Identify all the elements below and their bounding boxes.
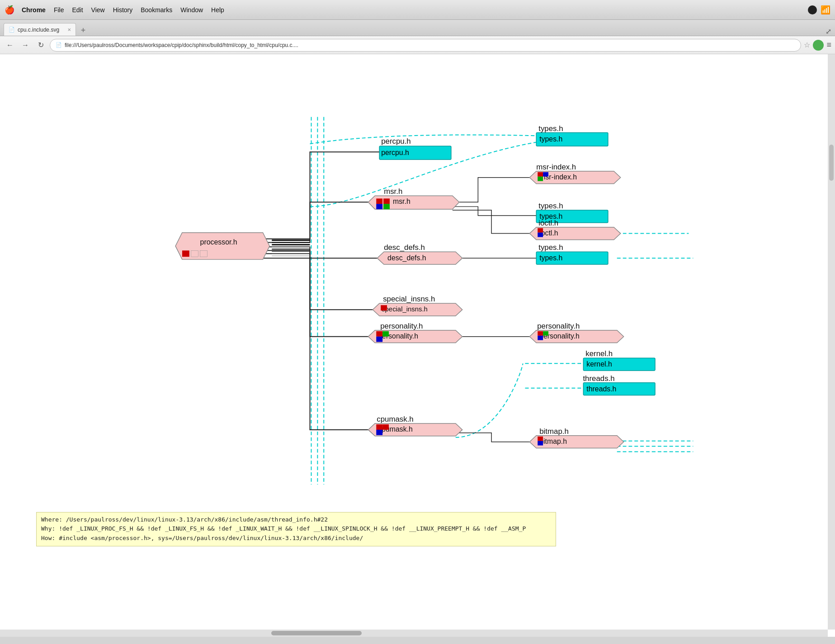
- menu-chrome[interactable]: Chrome: [22, 6, 46, 14]
- svg-text:types.h: types.h: [538, 202, 563, 210]
- svg-rect-52: [538, 233, 543, 237]
- svg-rect-39: [376, 430, 382, 435]
- new-tab-button[interactable]: +: [78, 25, 89, 36]
- info-line-how: How: #include <asm/processor.h>, sys=/Us…: [41, 534, 551, 543]
- svg-text:cpumask.h: cpumask.h: [377, 415, 413, 423]
- info-tooltip: Where: /Users/paulross/dev/linux/linux-3…: [36, 512, 556, 546]
- svg-text:desc_defs.h: desc_defs.h: [384, 243, 425, 252]
- apple-icon: 🍎: [5, 5, 14, 15]
- content-area: processor.h percpu.h msr.h desc_defs.h s…: [0, 54, 835, 637]
- nav-bar: ← → ↻ 📄 file:///Users/paulross/Documents…: [0, 36, 835, 54]
- svg-text:threads.h: threads.h: [583, 374, 614, 383]
- svg-text:types.h: types.h: [538, 243, 563, 252]
- bookmark-star-icon[interactable]: ☆: [804, 41, 810, 49]
- svg-rect-33: [376, 337, 382, 342]
- svg-rect-24: [383, 204, 390, 209]
- svg-text:ioctl.h: ioctl.h: [538, 219, 558, 227]
- lock-icon: 📄: [56, 42, 62, 48]
- svg-rect-6: [182, 250, 189, 257]
- tab-icon: 📄: [9, 27, 15, 33]
- svg-text:msr.h: msr.h: [393, 197, 410, 205]
- svg-rect-59: [543, 331, 548, 336]
- include-diagram: processor.h percpu.h msr.h desc_defs.h s…: [0, 54, 835, 637]
- svg-text:kernel.h: kernel.h: [586, 360, 612, 368]
- svg-rect-57: [538, 331, 543, 336]
- svg-rect-21: [376, 198, 382, 204]
- forward-button[interactable]: →: [19, 39, 32, 52]
- menu-file[interactable]: File: [54, 6, 64, 14]
- svg-text:processor.h: processor.h: [200, 238, 237, 246]
- tab-title: cpu.c.include.svg: [18, 27, 65, 33]
- svg-text:percpu.h: percpu.h: [381, 149, 409, 156]
- svg-text:special_insns.h: special_insns.h: [383, 295, 435, 303]
- svg-text:personality.h: personality.h: [380, 322, 423, 330]
- svg-text:personality.h: personality.h: [537, 322, 580, 330]
- active-tab[interactable]: 📄 cpu.c.include.svg ×: [4, 23, 76, 36]
- info-line-why: Why: !def _LINUX_PROC_FS_H && !def _LINU…: [41, 524, 551, 534]
- address-bar[interactable]: 📄 file:///Users/paulross/Documents/works…: [50, 39, 801, 52]
- svg-text:types.h: types.h: [539, 135, 562, 143]
- svg-text:special_insns.h: special_insns.h: [382, 306, 428, 313]
- svg-rect-44: [538, 172, 543, 177]
- svg-text:types.h: types.h: [539, 254, 562, 262]
- svg-rect-34: [382, 331, 389, 337]
- vertical-scrollbar[interactable]: [828, 54, 835, 630]
- svg-rect-67: [538, 441, 543, 446]
- svg-text:bitmap.h: bitmap.h: [539, 437, 567, 445]
- menu-history[interactable]: History: [113, 6, 133, 14]
- menu-edit[interactable]: Edit: [72, 6, 83, 14]
- svg-rect-46: [538, 177, 543, 181]
- menu-help[interactable]: Help: [211, 6, 224, 14]
- svg-rect-22: [383, 198, 390, 204]
- menu-window[interactable]: Window: [180, 6, 203, 14]
- chrome-menu-icon[interactable]: ≡: [826, 40, 831, 50]
- extensions-icon[interactable]: [813, 40, 824, 51]
- menu-view[interactable]: View: [91, 6, 105, 14]
- svg-rect-51: [538, 228, 543, 233]
- svg-rect-45: [543, 172, 548, 177]
- svg-text:kernel.h: kernel.h: [585, 349, 613, 358]
- vertical-scrollbar-thumb[interactable]: [829, 145, 834, 181]
- info-line-where: Where: /Users/paulross/dev/linux/linux-3…: [41, 515, 551, 525]
- svg-rect-7: [191, 250, 198, 257]
- refresh-button[interactable]: ↻: [34, 39, 47, 52]
- svg-rect-38: [382, 424, 389, 430]
- svg-rect-0: [142, 54, 693, 637]
- svg-rect-8: [200, 250, 208, 257]
- svg-text:percpu.h: percpu.h: [381, 137, 411, 146]
- back-button[interactable]: ←: [4, 39, 16, 52]
- svg-rect-23: [376, 204, 382, 209]
- menu-bookmarks[interactable]: Bookmarks: [141, 6, 172, 14]
- svg-rect-58: [538, 336, 543, 340]
- svg-text:bitmap.h: bitmap.h: [539, 427, 569, 436]
- tab-bar: 📄 cpu.c.include.svg × + ⤢: [0, 20, 835, 36]
- svg-text:msr-index.h: msr-index.h: [536, 163, 576, 171]
- svg-rect-66: [538, 437, 543, 441]
- svg-rect-37: [376, 424, 382, 430]
- menu-bar: 🍎 Chrome File Edit View History Bookmark…: [0, 0, 835, 20]
- url-text: file:///Users/paulross/Documents/workspa…: [65, 42, 298, 48]
- svg-rect-29: [381, 305, 387, 310]
- svg-text:threads.h: threads.h: [586, 385, 616, 393]
- svg-text:types.h: types.h: [538, 124, 563, 133]
- horizontal-scrollbar-thumb[interactable]: [271, 631, 362, 635]
- svg-text:desc_defs.h: desc_defs.h: [387, 254, 426, 262]
- svg-rect-32: [376, 331, 382, 337]
- svg-text:msr.h: msr.h: [384, 187, 402, 196]
- horizontal-scrollbar[interactable]: [0, 630, 828, 637]
- tab-close-button[interactable]: ×: [67, 26, 71, 33]
